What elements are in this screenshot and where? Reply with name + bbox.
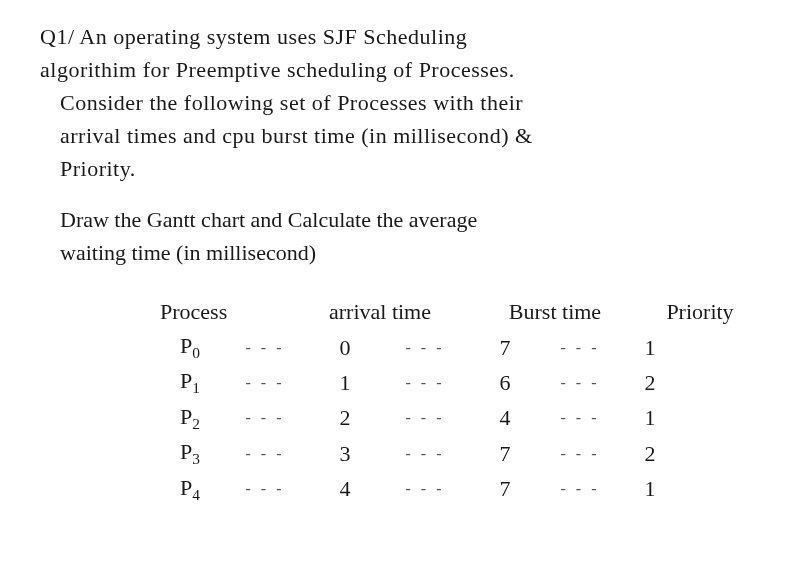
priority-value: 1 [620,405,680,431]
question-line1: An operating system uses SJF Scheduling [79,24,467,49]
arrival-value: 3 [310,441,380,467]
dash-separator: - - - [220,445,310,463]
question-line5: Priority. [40,152,760,185]
header-burst: Burst time [470,299,640,325]
dash-separator: - - - [380,445,470,463]
dash-separator: - - - [380,409,470,427]
question-line4: arrival times and cpu burst time (in mil… [40,119,760,152]
header-priority: Priority [640,299,760,325]
process-name: P1 [160,368,220,397]
table-row: P1 - - - 1 - - - 6 - - - 2 [160,368,760,397]
dash-separator: - - - [540,480,620,498]
burst-value: 7 [470,441,540,467]
dash-separator: - - - [540,445,620,463]
dash-separator: - - - [540,409,620,427]
dash-separator: - - - [220,339,310,357]
question-label: Q1/ [40,24,75,49]
question-text: Q1/ An operating system uses SJF Schedul… [40,20,760,185]
dash-separator: - - - [380,480,470,498]
burst-value: 7 [470,335,540,361]
arrival-value: 0 [310,335,380,361]
priority-value: 1 [620,335,680,361]
arrival-value: 4 [310,476,380,502]
arrival-value: 2 [310,405,380,431]
process-name: P0 [160,333,220,362]
burst-value: 7 [470,476,540,502]
table-row: P0 - - - 0 - - - 7 - - - 1 [160,333,760,362]
process-name: P4 [160,475,220,504]
header-process: Process [160,299,290,325]
burst-value: 4 [470,405,540,431]
process-table: Process arrival time Burst time Priority… [40,299,760,504]
task-line1: Draw the Gantt chart and Calculate the a… [60,203,760,236]
process-name: P3 [160,439,220,468]
table-row: P2 - - - 2 - - - 4 - - - 1 [160,404,760,433]
dash-separator: - - - [540,339,620,357]
priority-value: 2 [620,370,680,396]
question-line3: Consider the following set of Processes … [40,86,760,119]
table-row: P4 - - - 4 - - - 7 - - - 1 [160,475,760,504]
dash-separator: - - - [380,339,470,357]
header-arrival: arrival time [290,299,470,325]
arrival-value: 1 [310,370,380,396]
dash-separator: - - - [220,374,310,392]
process-name: P2 [160,404,220,433]
dash-separator: - - - [540,374,620,392]
table-header-row: Process arrival time Burst time Priority [160,299,760,325]
priority-value: 2 [620,441,680,467]
priority-value: 1 [620,476,680,502]
table-row: P3 - - - 3 - - - 7 - - - 2 [160,439,760,468]
burst-value: 6 [470,370,540,396]
dash-separator: - - - [380,374,470,392]
task-text: Draw the Gantt chart and Calculate the a… [40,203,760,269]
dash-separator: - - - [220,480,310,498]
task-line2: waiting time (in millisecond) [60,236,760,269]
dash-separator: - - - [220,409,310,427]
question-line2: algorithim for Preemptive scheduling of … [40,53,760,86]
